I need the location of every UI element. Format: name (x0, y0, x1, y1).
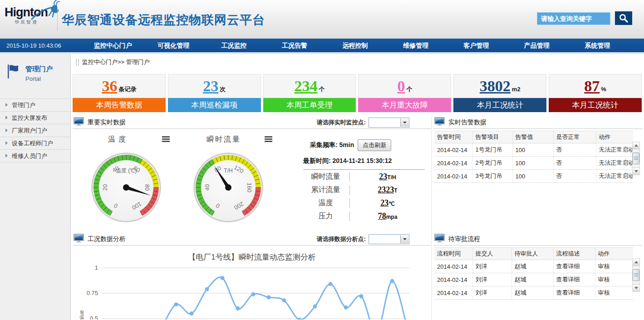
data-cell: 100 (512, 143, 553, 157)
data-cell: 否 (553, 157, 596, 170)
analysis-point-select[interactable] (369, 234, 409, 244)
search-button[interactable] (615, 11, 632, 25)
approval-table-scrollbar[interactable] (632, 258, 640, 292)
realtime-select-row: 请选择实时监控点: (317, 118, 409, 128)
approval-table: 流程时间提交人待审批人流程描述动作2014-02-14刘洋赵城查看详细审核201… (434, 247, 633, 300)
stat-label: 本周巡检漏项 (168, 98, 261, 112)
action-cell[interactable]: 审核 (595, 286, 633, 300)
table-row: 2014-02-14刘洋赵城查看详细审核 (434, 260, 633, 273)
breadcrumb-icon (76, 59, 79, 65)
gauge-menu-icon[interactable] (265, 136, 272, 142)
gauge-menu-icon[interactable] (162, 136, 170, 142)
value-number: 2323 (378, 185, 394, 194)
data-cell: 100 (512, 170, 553, 183)
svg-text:T/H: T/H (224, 167, 232, 174)
svg-text:0.5: 0.5 (90, 315, 98, 320)
main-nav: 2015-10-19 10:43:06 监控中心门户可视化管理工况监控工况告警远… (0, 39, 644, 52)
nav-item-9[interactable]: 系统管理 (567, 39, 628, 52)
stat-card-5[interactable]: 3802m2本月工况统计 (453, 74, 546, 112)
action-cell[interactable]: 无法正常启动 (596, 157, 633, 170)
stat-card-4[interactable]: 0个本月重大故障 (358, 74, 451, 112)
scroll-up-icon[interactable] (633, 142, 639, 149)
data-cell: 2014-02-14 (434, 273, 472, 286)
main-content: 监控中心门户>> 管理门户 36条记录本周告警数据23次本周巡检漏项234个本周… (71, 54, 644, 320)
temperature-gauge: 020406080100温度 (℃) (90, 151, 162, 224)
sidebar-item-2[interactable]: 监控大屏发布 (0, 112, 70, 124)
alarm-table-scrollbar[interactable] (632, 142, 640, 175)
realtime-point-select[interactable] (369, 118, 409, 128)
value-number: 23 (380, 198, 388, 207)
panel-title-text: 重要实时数据 (88, 118, 126, 127)
header-divider (57, 7, 58, 31)
chevron-down-icon[interactable] (400, 235, 408, 243)
page-title: 华辰智通设备远程监控物联网云平台 (62, 12, 265, 28)
nav-item-3[interactable]: 工况监控 (204, 39, 264, 52)
stat-unit: 个 (319, 85, 325, 94)
value-label: 压力 (302, 212, 349, 221)
table-row: 2014-02-14刘洋赵城查看详细审核 (434, 286, 633, 300)
panel-condition-analysis: 工况数据分析 请选择数据分析点: 【电厂1号线】瞬时流量动态监测分析 10.75… (73, 232, 431, 320)
sidebar-item-3[interactable]: 厂家用户门户 (0, 124, 70, 137)
action-cell[interactable]: 查看详细 (553, 273, 595, 286)
sidebar-item-4[interactable]: 设备工程师门户 (0, 137, 70, 150)
nav-item-6[interactable]: 维修管理 (385, 39, 446, 52)
stat-card-2[interactable]: 23次本周巡检漏项 (168, 74, 261, 112)
data-cell: 否 (553, 170, 596, 183)
stat-label: 本月工况统计 (453, 98, 546, 112)
value-number: 23 (379, 172, 387, 181)
analysis-select-row: 请选择数据分析点: (317, 234, 409, 244)
action-cell[interactable]: 无法正常启动 (596, 170, 633, 183)
stat-value: 3802 (480, 79, 511, 94)
sidebar-item-5[interactable]: 维修人员门户 (0, 150, 70, 162)
gauge-title-temperature: 温度 (108, 135, 129, 144)
scroll-down-icon[interactable] (633, 167, 639, 175)
svg-text:40: 40 (204, 184, 211, 191)
stat-label: 本月重大故障 (358, 98, 451, 112)
search-box (537, 12, 610, 25)
nav-item-8[interactable]: 产品管理 (506, 39, 567, 52)
portal-subtitle: Portal (25, 75, 70, 82)
value-cell: 23T/H (349, 172, 425, 182)
scroll-down-icon[interactable] (633, 284, 639, 291)
stat-card-3[interactable]: 234个本周工单受理 (263, 74, 356, 112)
search-input[interactable] (537, 13, 610, 25)
sidebar-header: 管理门户 Portal (0, 54, 70, 91)
scrollbar-thumb[interactable] (633, 269, 639, 281)
scroll-up-icon[interactable] (633, 259, 639, 266)
value-cell: 78mpa (349, 212, 425, 221)
line-chart-title: 【电厂1号线】瞬时流量动态监测分析 (73, 252, 431, 262)
action-cell[interactable]: 审核 (595, 260, 633, 273)
data-cell: 2014-02-14 (434, 286, 472, 300)
table-row: 2014-02-141号龙门吊100否无法正常启动 (434, 143, 633, 157)
nav-item-4[interactable]: 工况告警 (264, 39, 324, 52)
breadcrumb-text: 监控中心门户>> 管理门户 (82, 58, 150, 66)
nav-item-7[interactable]: 客户管理 (446, 39, 506, 52)
refresh-button[interactable]: 点击刷新 (358, 139, 391, 151)
nav-item-2[interactable]: 可视化管理 (143, 39, 203, 52)
stat-value: 0 (397, 79, 405, 94)
stat-value: 36 (102, 79, 117, 94)
nav-item-5[interactable]: 远程控制 (325, 39, 385, 52)
data-cell: 刘洋 (472, 260, 511, 273)
chevron-down-icon[interactable] (400, 118, 408, 127)
sidebar-item-1[interactable]: 管理门户 (0, 99, 70, 112)
action-cell[interactable]: 无法正常启动 (596, 143, 633, 157)
stat-card-6[interactable]: 87%本月工况统计 (549, 74, 642, 112)
data-cell: 否 (553, 143, 596, 157)
panel-realtime-data: 重要实时数据 请选择实时监控点: 温度 瞬时流量 020406080100温度 … (73, 116, 431, 229)
table-header-row: 流程时间提交人待审批人流程描述动作 (434, 248, 633, 260)
stat-value: 87 (584, 79, 600, 94)
action-cell[interactable]: 查看详细 (553, 260, 595, 273)
nav-item-1[interactable]: 监控中心门户 (83, 39, 143, 52)
stat-card-1[interactable]: 36条记录本周告警数据 (73, 74, 166, 112)
action-cell[interactable]: 审核 (595, 273, 633, 286)
panel-header: 实时告警数据 (433, 116, 643, 129)
data-cell: 2014-02-14 (434, 260, 472, 273)
sidebar: 管理门户 Portal 管理门户监控大屏发布厂家用户门户设备工程师门户维修人员门… (0, 54, 71, 320)
scrollbar-thumb[interactable] (633, 153, 639, 164)
panel-header: 待审批流程 (433, 232, 643, 246)
sidebar-menu: 管理门户监控大屏发布厂家用户门户设备工程师门户维修人员门户 (0, 98, 70, 162)
action-cell[interactable]: 查看详细 (553, 286, 595, 300)
data-table: 告警时间告警项目告警值是否正常动作2014-02-141号龙门吊100否无法正常… (434, 131, 633, 183)
value-label: 瞬时流量 (302, 172, 349, 182)
